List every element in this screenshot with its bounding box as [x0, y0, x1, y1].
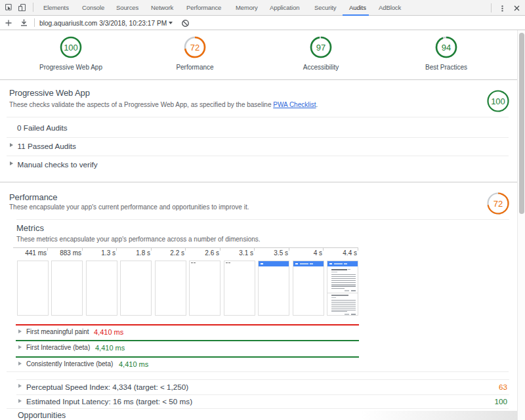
- svg-text:94: 94: [442, 43, 451, 52]
- svg-text:100: 100: [64, 43, 78, 52]
- svg-text:97: 97: [316, 43, 326, 52]
- svg-text:100: 100: [491, 96, 505, 106]
- svg-text:72: 72: [494, 199, 503, 209]
- svg-text:72: 72: [190, 43, 200, 52]
